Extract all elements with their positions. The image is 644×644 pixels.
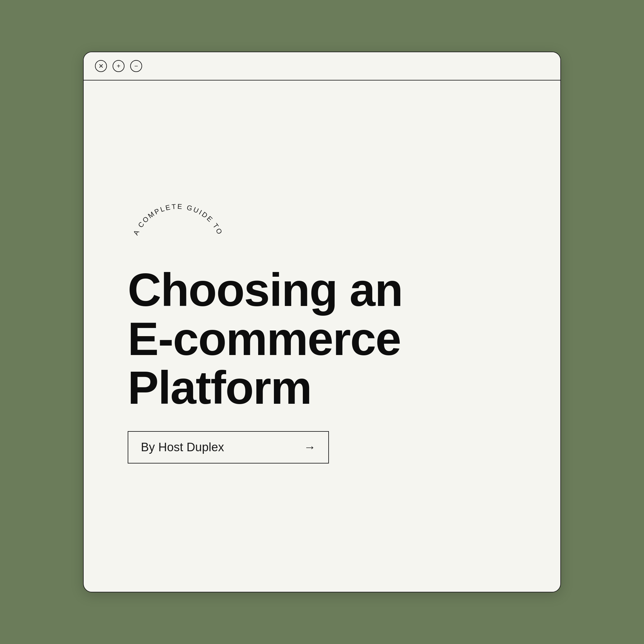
content-area: A COMPLETE GUIDE TO Choosing an E-commer…: [84, 81, 560, 592]
minimize-button[interactable]: −: [130, 60, 142, 72]
title-line1: Choosing an: [128, 264, 403, 316]
close-icon: ✕: [98, 63, 104, 69]
title-line3: Platform: [128, 362, 311, 414]
browser-window: ✕ + − A COMPLETE GUIDE TO Choosing an E-…: [83, 52, 561, 592]
main-title: Choosing an E-commerce Platform: [128, 265, 403, 412]
title-bar: ✕ + −: [84, 52, 560, 81]
arc-text-svg: A COMPLETE GUIDE TO: [128, 203, 228, 259]
close-button[interactable]: ✕: [95, 60, 107, 72]
cta-button[interactable]: By Host Duplex →: [128, 431, 329, 464]
maximize-icon: +: [117, 63, 120, 69]
arrow-icon: →: [304, 441, 316, 454]
arc-text-container: A COMPLETE GUIDE TO: [128, 203, 228, 259]
svg-text:A COMPLETE GUIDE TO: A COMPLETE GUIDE TO: [132, 203, 225, 236]
minimize-icon: −: [134, 63, 138, 69]
title-line2: E-commerce: [128, 313, 401, 365]
maximize-button[interactable]: +: [113, 60, 125, 72]
cta-label: By Host Duplex: [141, 441, 224, 454]
